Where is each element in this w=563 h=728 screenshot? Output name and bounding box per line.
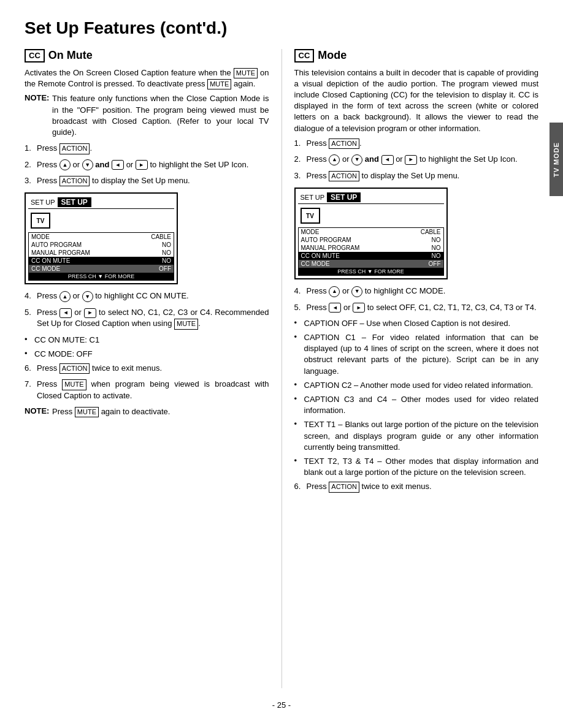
menu-row-mode-left: MODECABLE: [29, 233, 174, 241]
tv-menu-top-right: SET UP SET UP: [298, 191, 444, 204]
step-left-1: 1. Press ACTION.: [25, 143, 269, 154]
step-left-6: 6. Press ACTION twice to exit menus.: [25, 363, 269, 374]
right-icon-l5: ►: [84, 308, 96, 318]
step-left-7: 7. Press MUTE when program being viewed …: [25, 379, 269, 401]
tv-menu-right: SET UP SET UP TV MODECABLE AUTO PROGRAMN…: [294, 188, 448, 279]
step-right-5: 5. Press ◄ or ► to select OFF, C1, C2, T…: [294, 302, 539, 313]
step-right-1: 1. Press ACTION.: [294, 138, 539, 149]
note2-block-left: NOTE: Press MUTE again to deactivate.: [25, 406, 269, 417]
cc-label-right: CC: [294, 49, 315, 63]
bullet-text-t1: • TEXT T1 – Blanks out large portion of …: [294, 419, 539, 453]
tv-icon-left: TV: [31, 213, 50, 229]
tv-menu-top-left: SET UP SET UP: [28, 196, 174, 209]
action-btn-l6: ACTION: [59, 363, 90, 374]
note-block-left: NOTE: This feature only functions when t…: [25, 93, 269, 138]
note2-label-left: NOTE:: [25, 406, 52, 415]
note2-text-left: Press MUTE again to deactivate.: [52, 406, 269, 417]
down-icon-r2: ▼: [351, 154, 362, 165]
left-icon-l5: ◄: [59, 308, 72, 318]
page-title: Set Up Features (cont'd.): [25, 18, 538, 38]
mute-tag-l5: MUTE: [174, 319, 198, 329]
left-icon-r2: ◄: [381, 155, 394, 165]
menu-row-cc-on-mute-left: CC ON MUTENO: [29, 257, 174, 265]
mode-header: CC Mode: [294, 49, 539, 63]
menu-row-mode-right: MODECABLE: [299, 228, 443, 236]
left-icon-r5: ◄: [329, 303, 341, 313]
page-number: - 25 -: [25, 700, 538, 710]
cc-label-left: CC: [25, 49, 45, 63]
down-icon-l4: ▼: [82, 291, 93, 302]
mode-title: Mode: [318, 49, 347, 62]
action-btn-l3: ACTION: [59, 176, 90, 186]
bullet-caption-c1: • CAPTION C1 – For video related informa…: [294, 332, 539, 377]
menu-row-cc-mode-right: CC MODEOFF: [299, 260, 443, 268]
note-label-left: NOTE:: [25, 93, 52, 102]
action-btn-l1: ACTION: [59, 143, 90, 154]
step-right-3: 3. Press ACTION to display the Set Up me…: [294, 170, 539, 181]
tv-icon-right: TV: [301, 208, 320, 224]
step-left-3: 3. Press ACTION to display the Set Up me…: [25, 175, 269, 186]
bullet-caption-c3c4: • CAPTION C3 and C4 – Other modes used f…: [294, 394, 539, 416]
on-mute-header: CC On Mute: [25, 49, 269, 63]
bullet-text-t2t3t4: • TEXT T2, T3 & T4 – Other modes that di…: [294, 456, 539, 478]
right-column: CC Mode This television contains a built…: [282, 49, 539, 688]
bullet-caption-c2: • CAPTION C2 – Another mode used for vid…: [294, 380, 539, 391]
mute-tag-2: MUTE: [207, 79, 231, 89]
up-icon-l4: ▲: [59, 291, 71, 302]
down-arrow-icon-l2a: ▼: [82, 159, 93, 170]
mute-tag-1: MUTE: [234, 68, 258, 78]
tv-menu-left: SET UP SET UP TV MODECABLE AUTO PROGRAMN…: [25, 192, 178, 284]
right-arrow-icon-l2: ►: [136, 160, 148, 170]
step-left-4: 4. Press ▲ or ▼ to highlight CC ON MUTE.: [25, 290, 269, 302]
up-icon-r4: ▲: [329, 286, 340, 297]
left-arrow-icon-l2: ◄: [112, 160, 124, 170]
on-mute-intro: Activates the On Screen Closed Caption f…: [25, 67, 269, 90]
menu-row-cc-on-mute-right: CC ON MUTENO: [299, 252, 443, 260]
action-btn-r6: ACTION: [329, 482, 359, 492]
up-icon-r2: ▲: [329, 154, 340, 165]
tv-menu-rows-left: MODECABLE AUTO PROGRAMNO MANUAL PROGRAMN…: [28, 232, 174, 281]
menu-row-auto-right: AUTO PROGRAMNO: [299, 236, 443, 244]
action-btn-r3: ACTION: [329, 171, 359, 181]
on-mute-title: On Mute: [48, 49, 93, 62]
step-left-5: 5. Press ◄ or ► to select NO, C1, C2, C3…: [25, 307, 269, 330]
up-arrow-icon-l2a: ▲: [59, 159, 71, 170]
bullet-caption-off: • CAPTION OFF – Use when Closed Caption …: [294, 318, 539, 329]
menu-row-manual-right: MANUAL PROGRAMNO: [299, 244, 443, 252]
bullet-left-cc-mode: • CC MODE: OFF: [25, 349, 269, 360]
bullet-left-cc-on-mute: • CC ON MUTE: C1: [25, 335, 269, 346]
left-column: CC On Mute Activates the On Screen Close…: [25, 49, 282, 688]
step-right-6: 6. Press ACTION twice to exit menus.: [294, 481, 539, 492]
tv-mode-sidebar: TV MODE: [550, 123, 563, 196]
menu-row-cc-mode-left: CC MODEOFF: [29, 265, 174, 273]
tv-menu-footer-right: PRESS CH ▼ FOR MORE: [299, 268, 443, 275]
page: Set Up Features (cont'd.) CC On Mute Act…: [0, 0, 563, 728]
main-content: CC On Mute Activates the On Screen Close…: [25, 49, 538, 688]
mute-tag-note2: MUTE: [75, 407, 99, 417]
right-icon-r5: ►: [353, 303, 365, 313]
right-icon-r2: ►: [405, 155, 417, 165]
step-right-4: 4. Press ▲ or ▼ to highlight CC MODE.: [294, 286, 539, 297]
mode-intro: This television contains a built in deco…: [294, 67, 539, 134]
tv-menu-footer-left: PRESS CH ▼ FOR MORE: [29, 273, 174, 280]
menu-row-auto-left: AUTO PROGRAMNO: [29, 241, 174, 249]
note-text-left: This feature only functions when the Clo…: [52, 93, 269, 138]
action-btn-r1: ACTION: [329, 138, 359, 149]
down-icon-r4: ▼: [351, 286, 362, 297]
menu-row-manual-left: MANUAL PROGRAMNO: [29, 249, 174, 257]
mute-tag-l7: MUTE: [62, 379, 86, 390]
step-right-2: 2. Press ▲ or ▼ and ◄ or ► to highlight …: [294, 154, 539, 165]
step-left-2: 2. Press ▲ or ▼ and ◄ or ► to highlight …: [25, 159, 269, 171]
tv-menu-rows-right: MODECABLE AUTO PROGRAMNO MANUAL PROGRAMN…: [298, 227, 444, 276]
